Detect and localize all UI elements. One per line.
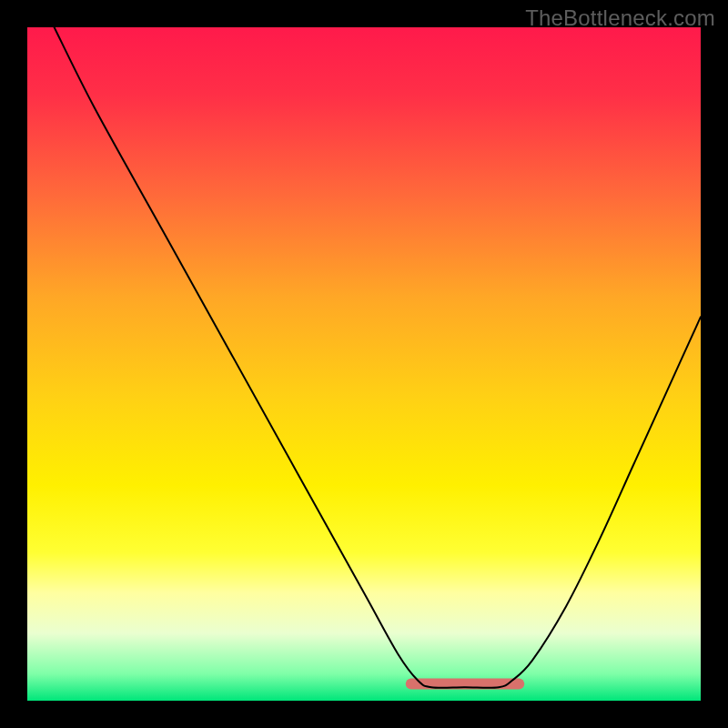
chart-plot-area — [27, 27, 701, 701]
watermark-text: TheBottleneck.com — [525, 5, 715, 31]
chart-svg — [27, 27, 701, 701]
chart-background — [27, 27, 701, 701]
